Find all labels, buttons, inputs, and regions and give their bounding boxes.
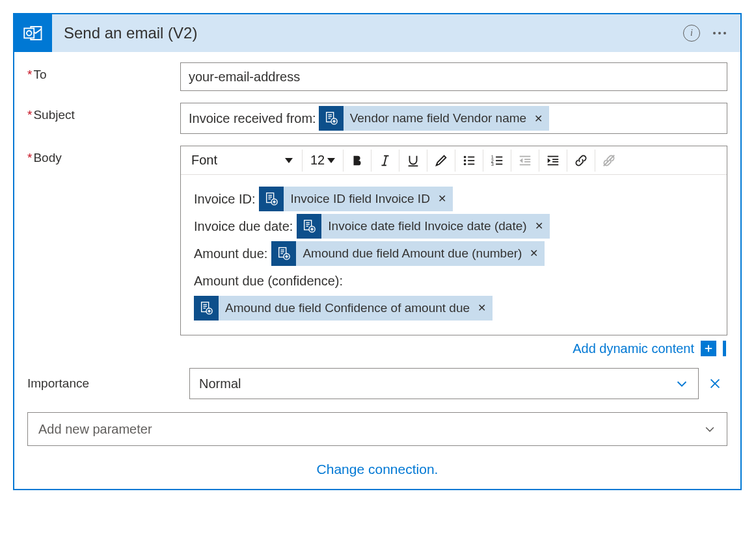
form-processing-icon — [259, 187, 284, 211]
font-select[interactable]: Font — [183, 146, 301, 175]
add-parameter-select[interactable]: Add new parameter — [27, 412, 727, 446]
card-title: Send an email (V2) — [52, 24, 683, 42]
add-dynamic-content-link[interactable]: Add dynamic content — [573, 341, 694, 356]
editor-toolbar: Font 12 — [181, 146, 727, 175]
token-amount-due-confidence[interactable]: Amound due field Confidence of amount du… — [194, 296, 493, 321]
svg-point-12 — [436, 164, 438, 166]
bold-button[interactable] — [345, 146, 370, 175]
form-processing-icon — [297, 214, 321, 239]
indent-button[interactable] — [541, 146, 565, 175]
token-invoice-date[interactable]: Invoice date field Invoice date (date) ✕ — [297, 214, 549, 239]
svg-text:3: 3 — [491, 161, 494, 167]
bullet-list-button[interactable] — [457, 146, 481, 175]
expression-tab-indicator[interactable] — [723, 341, 726, 356]
card-header: Send an email (V2) i — [14, 14, 740, 52]
to-label: *To — [27, 62, 180, 82]
body-editor: Font 12 — [180, 146, 727, 335]
chevron-down-icon — [675, 376, 689, 391]
subject-row: *Subject Invoice received from: Vendor n… — [27, 103, 727, 134]
svg-line-10 — [384, 155, 386, 165]
close-icon[interactable]: ✕ — [530, 244, 538, 263]
subject-input[interactable]: Invoice received from: Vendor name field… — [180, 103, 727, 134]
underline-button[interactable] — [401, 146, 425, 175]
svg-point-14 — [464, 159, 466, 162]
svg-point-13 — [464, 155, 466, 158]
header-actions: i — [683, 25, 729, 42]
token-invoice-id[interactable]: Invoice ID field Invoice ID ✕ — [259, 187, 452, 211]
change-connection-link[interactable]: Change connection. — [317, 462, 439, 477]
add-dynamic-content-button[interactable] — [701, 341, 716, 356]
card-body: *To your-email-address *Subject Invoice … — [14, 52, 740, 489]
token-vendor-name[interactable]: Vendor name field Vendor name ✕ — [319, 106, 549, 131]
body-content[interactable]: Invoice ID: Invoice ID field Invoice ID … — [181, 175, 727, 335]
form-processing-icon — [194, 296, 219, 321]
svg-rect-1 — [24, 29, 34, 38]
action-card: Send an email (V2) i *To your-email-addr… — [13, 13, 742, 490]
color-picker-button[interactable] — [429, 146, 453, 175]
link-button[interactable] — [569, 146, 593, 175]
unlink-button[interactable] — [597, 146, 621, 175]
more-icon[interactable] — [710, 28, 729, 38]
close-icon[interactable]: ✕ — [438, 189, 446, 209]
italic-button[interactable] — [373, 146, 398, 175]
token-amount-due[interactable]: Amound due field Amount due (number) ✕ — [271, 241, 545, 266]
close-icon[interactable]: ✕ — [478, 298, 486, 318]
to-input[interactable]: your-email-address — [180, 62, 727, 91]
importance-row: Importance Normal — [27, 368, 727, 399]
outlook-icon — [14, 14, 52, 52]
add-dynamic-content-row: Add dynamic content — [180, 341, 727, 356]
form-processing-icon — [319, 106, 344, 131]
font-size-select[interactable]: 12 — [304, 146, 342, 175]
remove-parameter-button[interactable] — [708, 376, 727, 391]
outdent-button[interactable] — [513, 146, 537, 175]
chevron-down-icon — [703, 423, 716, 436]
chevron-down-icon — [327, 158, 335, 163]
importance-select[interactable]: Normal — [189, 368, 699, 399]
numbered-list-button[interactable]: 123 — [485, 146, 509, 175]
subject-label: *Subject — [27, 103, 180, 122]
to-row: *To your-email-address — [27, 62, 727, 91]
body-row: *Body Font 12 — [27, 146, 727, 356]
chevron-down-icon — [285, 158, 293, 163]
body-label: *Body — [27, 146, 180, 165]
importance-label: Importance — [27, 376, 180, 391]
close-icon[interactable]: ✕ — [535, 216, 543, 236]
info-icon[interactable]: i — [683, 25, 700, 42]
close-icon[interactable]: ✕ — [534, 112, 543, 125]
form-processing-icon — [271, 241, 296, 266]
change-connection-row: Change connection. — [27, 462, 727, 477]
svg-point-15 — [464, 163, 466, 165]
